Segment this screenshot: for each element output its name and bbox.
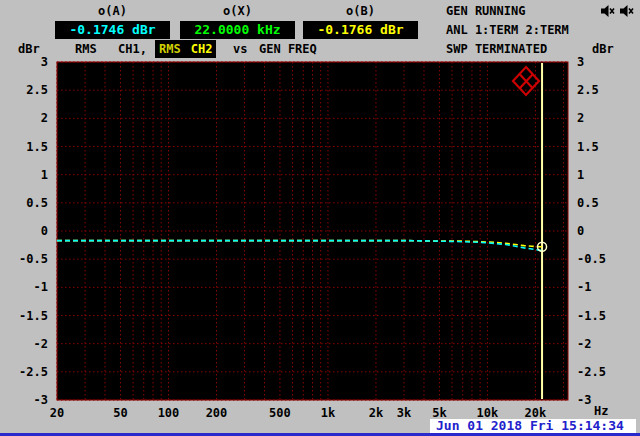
meter-b-readout: -0.1766 dBr — [303, 21, 418, 39]
x-tick-label: 200 — [206, 406, 228, 420]
x-tick-label: 20 — [50, 406, 64, 420]
monitor-mute-right-icon[interactable] — [619, 3, 634, 22]
y-unit-right: dBr — [592, 42, 614, 56]
speaker-x-glyph — [600, 4, 615, 18]
y-tick-label: 3 — [577, 55, 584, 69]
ch2-highlight-label: RMSCH2 — [155, 40, 216, 58]
y-tick-label: -2 — [34, 337, 48, 351]
x-tick-label: 2k — [369, 406, 384, 420]
y-tick-label: -1.5 — [19, 309, 48, 323]
y-tick-label: -1 — [577, 280, 591, 294]
x-unit-label: Hz — [594, 404, 608, 418]
x-tick-label: 50 — [113, 406, 127, 420]
monitor-mute-left-icon[interactable] — [600, 3, 615, 22]
sweep-status: SWP TERMINATED — [446, 42, 547, 56]
y-tick-label: -0.5 — [577, 252, 606, 266]
y-tick-label: -2.5 — [19, 365, 48, 379]
ch2-detector-label: RMS — [159, 42, 181, 56]
y-tick-label: 1 — [577, 168, 584, 182]
ch2-name-label: CH2 — [191, 42, 213, 56]
y-tick-label: 1 — [41, 168, 48, 182]
meter-x-readout: 22.0000 kHz — [180, 21, 295, 39]
generator-status: GEN RUNNING — [446, 4, 525, 18]
y-tick-label: 2 — [41, 111, 48, 125]
x-tick-label: 500 — [269, 406, 291, 420]
y-tick-label: 0 — [41, 224, 48, 238]
datetime-strip: Jun 01 2018 Fri 15:14:34 — [430, 419, 636, 433]
y-tick-label: 2 — [577, 111, 584, 125]
response-chart: -3-3-2.5-2.5-2-2-1.5-1.5-1-1-0.5-0.5000.… — [0, 0, 640, 436]
y-tick-label: -3 — [34, 393, 48, 407]
y-tick-label: -1 — [34, 280, 48, 294]
speaker-x-glyph — [619, 4, 634, 18]
ch1-detector-label: RMS — [75, 42, 97, 56]
y-tick-label: -0.5 — [19, 252, 48, 266]
meter-x-title: o(X) — [180, 4, 295, 18]
y-tick-label: -1.5 — [577, 309, 606, 323]
y-tick-label: -2 — [577, 337, 591, 351]
vs-label: vs — [233, 42, 247, 56]
y-tick-label: 3 — [41, 55, 48, 69]
ap-analyzer-panel: -3-3-2.5-2.5-2-2-1.5-1.5-1-1-0.5-0.5000.… — [0, 0, 640, 436]
datetime-text: Jun 01 2018 Fri 15:14:34 — [430, 419, 636, 433]
y-tick-label: 0.5 — [577, 196, 599, 210]
y-tick-label: 1.5 — [577, 140, 599, 154]
x-tick-label: 1k — [321, 406, 336, 420]
meter-a-readout: -0.1746 dBr — [55, 21, 170, 39]
y-unit-left: dBr — [18, 42, 40, 56]
x-tick-label: 3k — [397, 406, 412, 420]
y-tick-label: 0 — [577, 224, 584, 238]
y-tick-label: -3 — [577, 393, 591, 407]
ch1-name-label: CH1, — [118, 42, 147, 56]
meter-b-title: o(B) — [303, 4, 418, 18]
y-tick-label: -2.5 — [577, 365, 606, 379]
y-tick-label: 1.5 — [26, 140, 48, 154]
y-tick-label: 2.5 — [26, 83, 48, 97]
y-tick-label: 0.5 — [26, 196, 48, 210]
x-tick-label: 100 — [158, 406, 180, 420]
meter-a-title: o(A) — [55, 4, 170, 18]
y-tick-label: 2.5 — [577, 83, 599, 97]
x-axis-name: GEN FREQ — [259, 42, 317, 56]
analyzer-status: ANL 1:TERM 2:TERM — [446, 23, 569, 37]
